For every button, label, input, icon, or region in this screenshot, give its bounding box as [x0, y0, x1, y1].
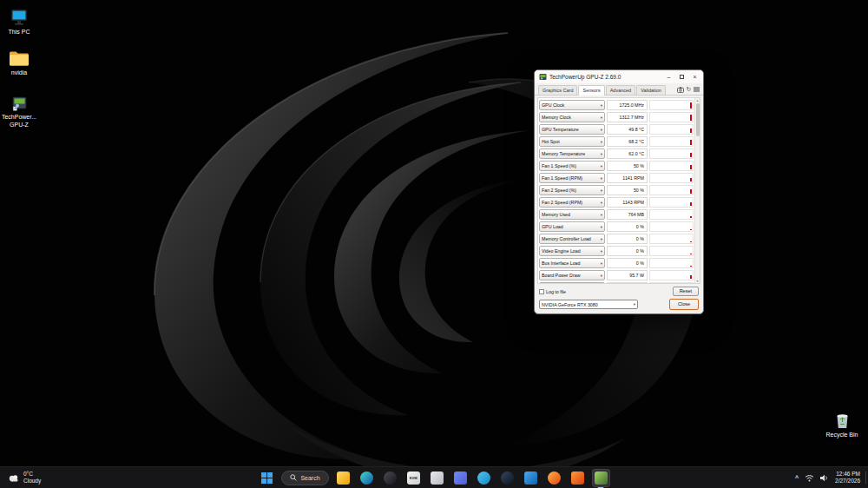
devtool-icon[interactable]: [428, 469, 446, 487]
discord-icon[interactable]: [451, 469, 470, 487]
sensor-graph-tick: [690, 275, 693, 279]
menu-icon[interactable]: [694, 87, 700, 92]
search-box[interactable]: Search: [281, 471, 328, 485]
sensor-scrollbar[interactable]: ▲ ▼: [694, 98, 700, 283]
gpu-selector-value: NVIDIA GeForce RTX 3080: [542, 302, 598, 307]
sensor-graph-tick: [690, 254, 693, 254]
sensor-graph: [649, 209, 694, 220]
wifi-icon[interactable]: [805, 474, 814, 482]
sensor-graph: [649, 112, 694, 122]
sensor-dropdown[interactable]: Board Power Draw ▾: [539, 270, 605, 280]
close-window-button[interactable]: ×: [688, 70, 701, 83]
chevron-down-icon: ▾: [601, 201, 602, 205]
desktop-icon-gpuz[interactable]: TechPower... GPU-Z: [0, 92, 38, 129]
volume-icon[interactable]: [820, 474, 829, 482]
this-pc-icon: [10, 7, 29, 26]
tab-graphics-card[interactable]: Graphics Card: [538, 85, 577, 95]
sensor-dropdown[interactable]: Video Engine Load ▾: [539, 246, 605, 256]
sensor-graph: [649, 161, 694, 171]
sensor-label: Fan 1 Speed (RPM): [542, 175, 601, 181]
desktop-icon-nvidia[interactable]: nvidia: [0, 48, 38, 76]
sensor-dropdown[interactable]: GPU Temperature ▾: [539, 124, 605, 135]
sensor-dropdown[interactable]: Fan 2 Speed (RPM) ▾: [539, 197, 605, 208]
sensor-dropdown[interactable]: Fan 1 Speed (RPM) ▾: [539, 173, 605, 183]
sensor-row: Memory Used ▾ 764 MB: [539, 208, 694, 221]
minimize-button[interactable]: –: [662, 70, 675, 83]
desktop-icon-label: This PC: [9, 28, 30, 36]
sensor-graph: [649, 246, 694, 256]
kvm-icon[interactable]: KVM: [404, 469, 423, 487]
sensor-graph-tick: [690, 229, 693, 230]
sensor-row: Fan 1 Speed (RPM) ▾ 1141 RPM: [539, 172, 694, 184]
sensor-dropdown[interactable]: GPU Load ▾: [539, 221, 605, 232]
sensor-dropdown[interactable]: Hot Spot ▾: [539, 136, 605, 147]
sensor-value: 95.7 W: [607, 270, 648, 280]
sensor-value: 49.8 °C: [607, 124, 648, 135]
reset-button[interactable]: Reset: [673, 287, 699, 296]
sensor-dropdown[interactable]: GPU Chip Power Draw ▾: [539, 282, 605, 284]
tab-sensors[interactable]: Sensors: [578, 85, 604, 96]
hidden-icons-chevron[interactable]: ^: [795, 475, 799, 481]
tab-validation[interactable]: Validation: [636, 85, 666, 95]
screenshot-camera-icon[interactable]: [677, 87, 684, 93]
scroll-up-icon[interactable]: ▲: [695, 98, 700, 102]
desktop-icon-label: nvidia: [11, 69, 27, 76]
scroll-down-icon[interactable]: ▼: [695, 279, 700, 283]
steam-icon[interactable]: [498, 469, 516, 487]
file-explorer-icon[interactable]: [334, 469, 352, 487]
edge-icon[interactable]: [358, 469, 376, 487]
folder-icon: [9, 48, 30, 67]
sensor-label: Hot Spot: [542, 139, 601, 144]
desktop-icon-this-pc[interactable]: This PC: [0, 7, 38, 36]
sensor-row: Memory Controller Load ▾ 0 %: [539, 233, 694, 245]
firefox-icon[interactable]: [545, 469, 563, 487]
chevron-down-icon: ▾: [601, 140, 602, 144]
clock[interactable]: 12:46 PM 2/27/2026: [835, 471, 860, 485]
sensor-value: 0 %: [607, 221, 648, 232]
sensor-value: 68.2 °C: [607, 136, 648, 147]
sensor-dropdown[interactable]: Bus Interface Load ▾: [539, 258, 605, 268]
tab-advanced[interactable]: Advanced: [606, 85, 635, 95]
sensor-label: Memory Temperature: [542, 151, 601, 156]
search-icon: [290, 474, 297, 481]
sensor-dropdown[interactable]: Fan 1 Speed (%) ▾: [539, 161, 605, 171]
gpuz-titlebar[interactable]: TechPowerUp GPU-Z 2.69.0 – ×: [535, 70, 703, 83]
vscode-icon[interactable]: [522, 469, 540, 487]
sensor-graph: [649, 221, 694, 232]
sensor-dropdown[interactable]: Memory Used ▾: [539, 209, 605, 220]
close-button[interactable]: Close: [669, 299, 699, 310]
sensor-dropdown[interactable]: Fan 2 Speed (%) ▾: [539, 185, 605, 195]
chevron-down-icon: ▾: [601, 225, 602, 229]
log-to-file-checkbox[interactable]: [539, 289, 544, 294]
desktop-icon-recycle-bin[interactable]: Recycle Bin: [823, 410, 861, 439]
telegram-icon[interactable]: [475, 469, 493, 487]
desktop: This PC nvidia TechPower... GPU-Z: [0, 0, 868, 488]
sensor-dropdown[interactable]: Memory Controller Load ▾: [539, 234, 605, 244]
sensor-value: 62.0 °C: [607, 148, 648, 159]
sensor-graph: [649, 124, 694, 135]
scrollbar-thumb[interactable]: [696, 103, 700, 136]
sensor-dropdown[interactable]: Memory Clock ▾: [539, 112, 605, 122]
maximize-button[interactable]: [675, 70, 688, 83]
sensor-value: 50 %: [607, 185, 648, 195]
chevron-down-icon: ▾: [601, 213, 602, 217]
start-button[interactable]: [258, 469, 276, 487]
sensor-row: Bus Interface Load ▾ 0 %: [539, 257, 694, 269]
desktop-icon-label: Recycle Bin: [826, 431, 858, 439]
afterburner-icon[interactable]: [569, 469, 587, 487]
sensor-value: 1312.7 MHz: [607, 112, 648, 122]
sensor-row: Hot Spot ▾ 68.2 °C: [539, 135, 694, 148]
sensor-graph-tick: [690, 216, 693, 218]
sensor-dropdown[interactable]: GPU Clock ▾: [539, 100, 605, 110]
chevron-down-icon: ▾: [601, 128, 602, 132]
chevron-down-icon: ▾: [601, 103, 602, 108]
chevron-down-icon: ▾: [601, 261, 602, 266]
windows-logo-icon: [261, 472, 273, 484]
sensor-row: GPU Load ▾ 0 %: [539, 221, 694, 233]
gpu-selector[interactable]: NVIDIA GeForce RTX 3080 ▾: [539, 300, 638, 309]
sensor-dropdown[interactable]: Memory Temperature ▾: [539, 148, 605, 159]
refresh-icon[interactable]: ↻: [687, 86, 691, 93]
obs-icon[interactable]: [381, 469, 399, 487]
sensor-graph-tick: [690, 189, 693, 194]
gpuz-icon[interactable]: [592, 469, 610, 487]
